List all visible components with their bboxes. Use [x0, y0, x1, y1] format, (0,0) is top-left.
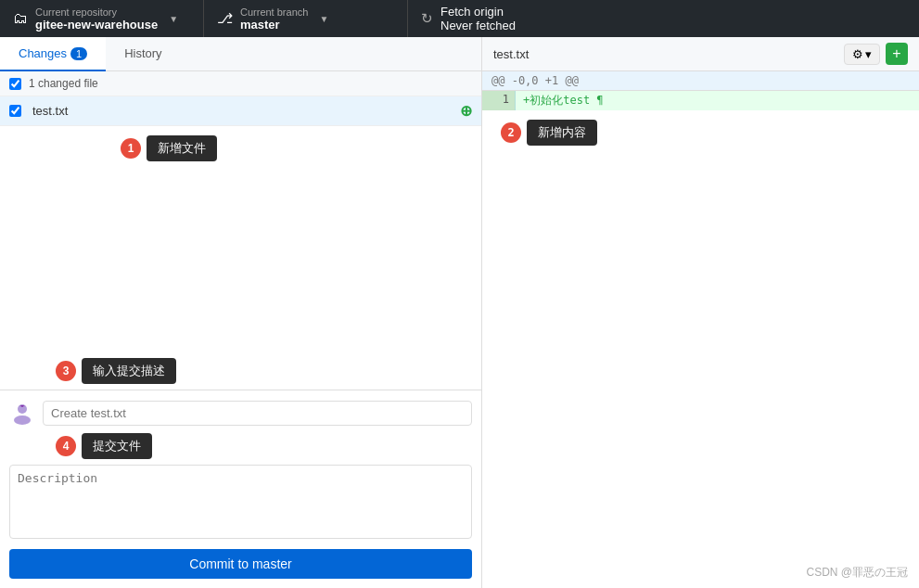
watermark: CSDN @罪恶の王冠 [806, 565, 908, 581]
annotation-4: 4 提交文件 [56, 433, 518, 459]
gear-caret-icon: ▾ [865, 47, 872, 61]
diff-hunk-header: @@ -0,0 +1 @@ [482, 71, 919, 91]
diff-line-1: 1 +初始化test ¶ [482, 91, 919, 110]
annotation-2-label: 新增内容 [527, 120, 597, 146]
file-name: test.txt [32, 104, 453, 118]
annotation-1-label: 新增文件 [147, 135, 217, 161]
avatar-icon [9, 400, 35, 426]
file-list: test.txt ⊕ [0, 96, 481, 126]
commit-area: 4 提交文件 Commit to master [0, 390, 481, 588]
tab-history[interactable]: History [106, 37, 180, 71]
branch-caret-icon[interactable]: ▼ [319, 14, 328, 24]
gear-icon: ⚙ [852, 47, 863, 61]
annotation-4-label: 提交文件 [82, 433, 152, 459]
tabs: Changes1 History [0, 37, 481, 71]
left-panel: Changes1 History 1 changed file test.txt… [0, 37, 482, 588]
repo-name: gitee-new-warehouse [35, 18, 158, 32]
diff-filename: test.txt [493, 47, 529, 61]
branch-section: ⎇ Current branch master ▼ [204, 0, 408, 37]
main-container: Changes1 History 1 changed file test.txt… [0, 37, 919, 588]
diff-add-button[interactable]: + [886, 43, 908, 65]
branch-label: Current branch [240, 6, 308, 18]
diff-line-content: +初始化test ¶ [516, 91, 919, 110]
annotation-3-circle: 3 [56, 361, 76, 381]
repo-caret-icon[interactable]: ▼ [169, 14, 178, 24]
diff-content: @@ -0,0 +1 @@ 1 +初始化test ¶ 2 新增内容 [482, 71, 919, 588]
repo-icon: 🗂 [13, 10, 28, 27]
fetch-section[interactable]: ↻ Fetch origin Never fetched [408, 0, 612, 37]
file-item: test.txt ⊕ [0, 96, 481, 126]
annotation2-area: 2 新增内容 [501, 120, 919, 146]
annotation-1-circle: 1 [121, 138, 141, 159]
diff-actions: ⚙ ▾ + [844, 43, 908, 65]
repo-label: Current repository [35, 6, 158, 18]
spacer [0, 182, 481, 351]
annotation-3-label: 输入提交描述 [82, 358, 176, 384]
fetch-icon: ↻ [421, 10, 433, 27]
commit-desc-input[interactable] [9, 465, 472, 539]
diff-line-num: 1 [482, 91, 516, 110]
svg-point-1 [14, 415, 31, 425]
file-checkbox[interactable] [9, 105, 21, 117]
annotation-3: 3 输入提交描述 [56, 358, 518, 384]
tab-changes[interactable]: Changes1 [0, 37, 106, 71]
changes-badge: 1 [70, 47, 87, 60]
diff-header: test.txt ⚙ ▾ + [482, 37, 919, 71]
right-panel: test.txt ⚙ ▾ + @@ -0,0 +1 @@ 1 +初始化test … [482, 37, 919, 588]
annotation4-area: 4 提交文件 [9, 433, 472, 459]
changed-files-header: 1 changed file [0, 71, 481, 96]
diff-gear-button[interactable]: ⚙ ▾ [844, 44, 880, 65]
commit-title-row [9, 400, 472, 426]
commit-button[interactable]: Commit to master [9, 549, 472, 579]
file-add-icon[interactable]: ⊕ [460, 102, 472, 120]
toolbar: 🗂 Current repository gitee-new-warehouse… [0, 0, 919, 37]
repo-section: 🗂 Current repository gitee-new-warehouse… [0, 0, 204, 37]
fetch-title: Fetch origin [440, 5, 516, 19]
select-all-checkbox[interactable] [9, 78, 21, 90]
fetch-sub: Never fetched [440, 19, 516, 32]
annotation-2: 2 新增内容 [501, 120, 919, 146]
branch-icon: ⎇ [217, 10, 233, 27]
annotation3-area: 3 输入提交描述 [0, 351, 481, 390]
branch-name: master [240, 18, 308, 32]
annotation-2-circle: 2 [501, 122, 521, 143]
annotation-4-circle: 4 [56, 436, 76, 456]
changed-count: 1 changed file [29, 77, 98, 90]
annotation-1: 1 新增文件 [121, 135, 217, 161]
annotation1-area: 1 新增文件 [0, 126, 481, 182]
commit-title-input[interactable] [43, 401, 472, 426]
